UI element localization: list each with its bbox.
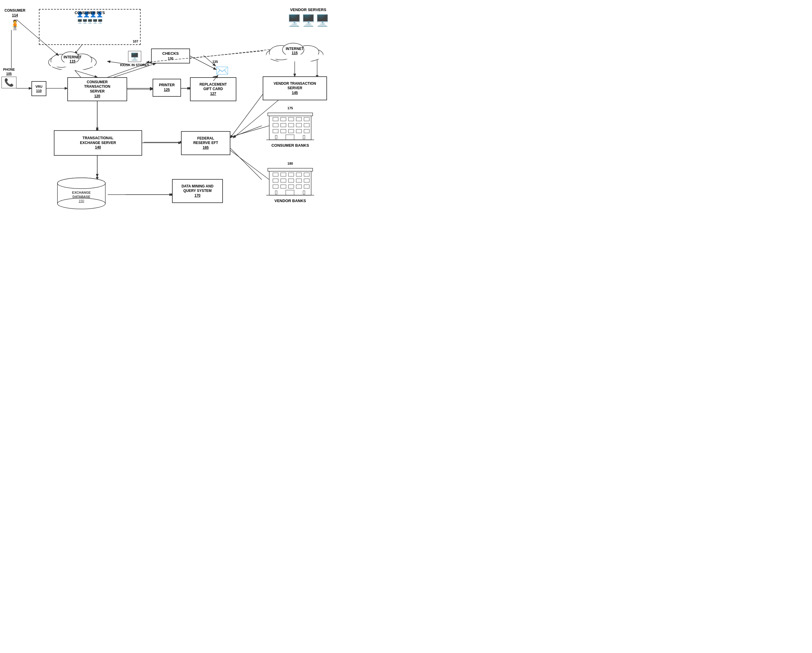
diagram: CONSUMER 114 🧍 PHONE 105 📞 VRU 110 👤👤👤👤 … xyxy=(0,0,406,326)
internet-left-cloud: INTERNET 115 xyxy=(46,47,99,74)
svg-text:EXCHANGE: EXCHANGE xyxy=(72,191,91,194)
vru-box: VRU 110 xyxy=(31,81,46,96)
envelope-ref: 135 xyxy=(212,60,218,63)
consumer-icon: 🧍 xyxy=(3,19,27,31)
consumer-transaction-server-box: CONSUMERTRANSACTIONSERVER 120 xyxy=(67,77,127,101)
internet-left-label: INTERNET 115 xyxy=(64,55,82,63)
vendor-banks-ref: 180 xyxy=(260,162,320,165)
svg-text:DATABASE: DATABASE xyxy=(72,195,90,199)
exchange-database: EXCHANGE DATABASE 150 xyxy=(55,177,108,210)
svg-line-90 xyxy=(230,126,262,138)
checks-box: CHECKS 130 xyxy=(151,49,190,63)
server-icons: 🖥️🖥️🖥️ xyxy=(263,14,353,27)
pc-icons: 🖥️🖥️🖥️🖥️🖥️ xyxy=(41,19,139,24)
cylinder-svg: EXCHANGE DATABASE 150 xyxy=(55,177,108,210)
transactional-exchange-server-box: TRANSACTIONALEXCHANGE SERVER 140 xyxy=(54,130,142,156)
kiosk-label: 🖥️ KIOSK IN STORES xyxy=(118,51,151,67)
federal-reserve-eft-box: FEDERALRESERVE EFT 165 xyxy=(181,131,230,155)
svg-text:150: 150 xyxy=(79,199,84,203)
svg-rect-37 xyxy=(268,113,313,116)
svg-rect-58 xyxy=(268,168,313,171)
printer-box: PRINTER 125 xyxy=(153,79,181,97)
kiosk-icon: 🖥️ xyxy=(128,51,141,62)
vendor-servers-section: VENDOR SERVERS 🖥️🖥️🖥️ xyxy=(263,8,353,27)
consumer-banks-building xyxy=(263,110,317,141)
svg-line-91 xyxy=(230,148,262,180)
replacement-gift-card-box: REPLACEMENTGIFT CARD 127 xyxy=(190,77,237,101)
mail-icon: ✉️ xyxy=(215,64,229,77)
svg-line-82 xyxy=(190,56,216,69)
consumer-label: CONSUMER 114 🧍 xyxy=(3,8,27,31)
data-mining-box: DATA MINING ANDQUERY SYSTEM 170 xyxy=(172,179,223,203)
phone-label: PHONE 105 📞 xyxy=(2,67,17,88)
consumer-pcs-ref: 107 xyxy=(133,40,138,43)
internet-right-label: INTERNET 115 xyxy=(286,47,304,55)
phone-icon: 📞 xyxy=(2,76,17,89)
internet-right-cloud: INTERNET 115 xyxy=(263,39,326,66)
vendor-banks-section: 180 VENDOR BANKS xyxy=(260,162,320,203)
consumer-pcs-box: 👤👤👤👤 🖥️🖥️🖥️🖥️🖥️ 107 CONSUMER PC'S xyxy=(39,9,140,45)
vendor-banks-building xyxy=(263,165,317,197)
consumer-pcs-label: CONSUMER PC'S xyxy=(75,11,105,15)
vendor-transaction-server-box: VENDOR TRANSACTIONSERVER 145 xyxy=(263,76,327,100)
svg-point-27 xyxy=(58,178,105,189)
svg-rect-35 xyxy=(266,55,323,59)
consumer-banks-ref: 175 xyxy=(260,106,320,110)
consumer-banks-section: 175 xyxy=(260,106,320,148)
